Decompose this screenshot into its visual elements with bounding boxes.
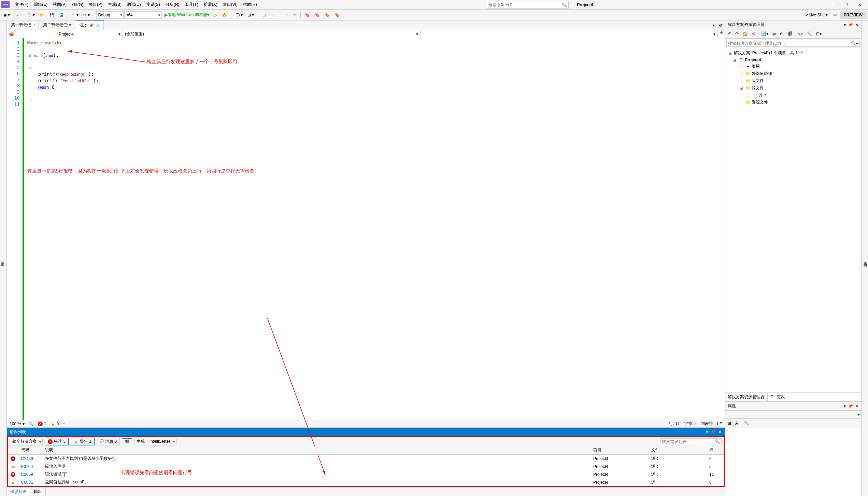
error-row[interactable]: ▲C6031返回值被忽略: "scanf"。Project4源.c8	[8, 478, 724, 486]
solution-search-input[interactable]	[728, 41, 851, 46]
menu-extensions[interactable]: 扩展(X)	[201, 0, 220, 9]
sources-node[interactable]: ◢📁源文件	[726, 84, 860, 92]
error-count[interactable]: ✕ 1	[38, 422, 46, 426]
code-content[interactable]: #include <stdio.h> int main(void); ⊟{ pr…	[24, 38, 725, 420]
bookmark-button[interactable]: 🔖	[303, 11, 312, 19]
panel-dropdown-icon[interactable]: ▾	[844, 23, 846, 27]
zoom-level[interactable]: 100 % ▾	[10, 422, 25, 426]
bookmark-clear-button[interactable]: 🔖	[332, 11, 342, 19]
forward-icon[interactable]: ↷	[734, 31, 740, 37]
open-button[interactable]: 📂	[38, 11, 47, 19]
messages-filter-button[interactable]: ⓘ消息 0	[97, 438, 120, 445]
nav-up-button[interactable]: ↑	[63, 422, 65, 426]
global-search[interactable]: 🔍	[487, 1, 569, 9]
error-row[interactable]: abcE0169应输入声明Project4源.c5	[8, 463, 724, 470]
menu-analyze[interactable]: 分析(N)	[163, 0, 182, 9]
resources-node[interactable]: 📁资源文件	[726, 99, 860, 106]
refresh-icon[interactable]: 🔄▾	[760, 31, 770, 37]
nav-member-select[interactable]: ▾	[421, 30, 718, 38]
split-button[interactable]: ✛	[718, 30, 725, 38]
menu-build[interactable]: 生成(B)	[105, 0, 124, 9]
build-filter-button[interactable]: 🏗	[122, 438, 132, 445]
errors-filter-button[interactable]: ✕错误 3	[45, 438, 69, 445]
error-search[interactable]: 🔍	[660, 438, 722, 445]
menu-tools[interactable]: 工具(T)	[182, 0, 201, 9]
preview-button[interactable]: PREVIEW	[840, 11, 867, 19]
start-debug-button[interactable]: ▶ 本地 Windows 调试器 ▾	[162, 11, 211, 19]
start-without-debug-button[interactable]: ▷	[212, 11, 219, 19]
menu-test[interactable]: 测试(S)	[144, 0, 163, 9]
pin-icon[interactable]: 📌	[89, 23, 94, 28]
menu-file[interactable]: 文件(F)	[12, 0, 31, 9]
step-button[interactable]: ⊟	[260, 11, 268, 19]
tab-source[interactable]: 源.c 📌✕	[75, 20, 104, 30]
warning-count[interactable]: ▲ 0	[51, 421, 59, 427]
live-share-button[interactable]: ↗ Live Share	[803, 11, 830, 19]
collapse-icon[interactable]: ⇄	[771, 31, 777, 37]
properties-icon[interactable]: 🔧	[806, 31, 813, 37]
undo-button[interactable]: ↶ ▾	[70, 11, 81, 19]
code-editor[interactable]: 1234567891011 #include <stdio.h> int mai…	[7, 38, 725, 420]
panel-pin-icon[interactable]: 📌	[848, 23, 853, 27]
menu-view[interactable]: 视图(V)	[50, 0, 69, 9]
platform-select[interactable]: x64	[124, 11, 162, 19]
save-all-button[interactable]: 🗄	[57, 11, 66, 19]
nav-scope-select[interactable]: (全局范围)▾	[123, 30, 421, 38]
alphabetical-icon[interactable]: A↓	[734, 420, 741, 426]
properties-object-select[interactable]: ▾	[725, 411, 861, 419]
tab-dropdown-button[interactable]: ▾	[711, 22, 717, 29]
external-deps-node[interactable]: ▷📁外部依赖项	[726, 70, 860, 77]
bookmark-prev-button[interactable]: 🔖	[313, 11, 322, 19]
diagnostics-sidebar[interactable]: 诊断工具	[861, 20, 868, 496]
redo-button[interactable]: ↷ ▾	[81, 11, 92, 19]
headers-node[interactable]: 📁头文件	[726, 77, 860, 84]
comment-button[interactable]: ≡	[284, 11, 290, 19]
tab-error-list[interactable]: 错误列表	[7, 487, 30, 496]
scope-select[interactable]: 整个解决方案	[10, 438, 43, 445]
references-node[interactable]: ▷▪▪引用	[726, 63, 860, 70]
browser-button[interactable]: 🖵 ▾	[233, 11, 245, 19]
error-row[interactable]: ✕C2059语法错误:"}"Project4源.c11	[8, 470, 724, 478]
menu-edit[interactable]: 编辑(E)	[31, 0, 50, 9]
menu-debug[interactable]: 调试(D)	[124, 0, 144, 9]
preview-icon[interactable]: ⊟▾	[815, 31, 823, 37]
panel-dropdown-icon[interactable]: ▾	[844, 404, 846, 409]
back-button[interactable]: ◉ ▾	[1, 11, 12, 19]
toolbox-sidebar[interactable]: 工具箱	[0, 20, 7, 496]
settings-button[interactable]: ⚙	[831, 11, 839, 19]
categorize-icon[interactable]: ⊞	[726, 420, 732, 426]
tab-solution-explorer[interactable]: 解决方案资源管理器	[725, 393, 768, 401]
menu-git[interactable]: Git(G)	[69, 1, 86, 9]
panel-dropdown-icon[interactable]: ▾	[706, 430, 708, 435]
warnings-filter-button[interactable]: ▲警告 1	[71, 438, 95, 445]
panel-close-icon[interactable]: ✕	[718, 430, 722, 435]
config-select[interactable]: Debug	[96, 11, 124, 19]
tab-settings-button[interactable]: ⚙	[717, 22, 725, 29]
menu-help[interactable]: 帮助(H)	[240, 0, 260, 9]
hot-reload-button[interactable]: 🔥	[220, 11, 229, 19]
layout-button[interactable]: ⊞ ▾	[245, 11, 256, 19]
nav-down-button[interactable]: ↓	[69, 422, 71, 426]
tab-note2[interactable]: 第二节笔记②.c	[39, 21, 75, 29]
close-button[interactable]: ✕	[853, 0, 867, 10]
panel-close-icon[interactable]: ✕	[855, 404, 858, 409]
search-input[interactable]	[488, 2, 562, 7]
step-over-button[interactable]: ↷	[269, 11, 276, 19]
solution-node[interactable]: ⊞解决方案 'Project4' (1 个项目，共 1 个	[726, 50, 860, 57]
error-row[interactable]: ✕C2449在文件范围内找到"{"(是否缺少函数头?)Project4源.c5	[8, 455, 724, 463]
show-all-icon[interactable]: 🗀	[779, 31, 785, 37]
bookmark-next-button[interactable]: 🔖	[323, 11, 332, 19]
step-out-button[interactable]: ⤴	[277, 11, 283, 19]
close-tab-icon[interactable]: ✕	[96, 23, 99, 28]
forward-button[interactable]: →	[13, 11, 21, 19]
source-file-node[interactable]: ▷📄源.c	[726, 92, 860, 99]
view-code-icon[interactable]: <>	[797, 31, 804, 37]
panel-pin-icon[interactable]: 📌	[711, 430, 716, 435]
home-icon[interactable]: 🏠	[741, 31, 749, 37]
nav-project-select[interactable]: 📦 Project4▾	[7, 30, 123, 38]
save-button[interactable]: 💾	[47, 11, 57, 19]
copy-icon[interactable]: 🗐	[787, 31, 794, 37]
sync-icon[interactable]: ⟲	[751, 31, 757, 37]
project-node[interactable]: ◢⊞Project4	[726, 57, 860, 63]
maximize-button[interactable]: ☐	[839, 0, 853, 10]
